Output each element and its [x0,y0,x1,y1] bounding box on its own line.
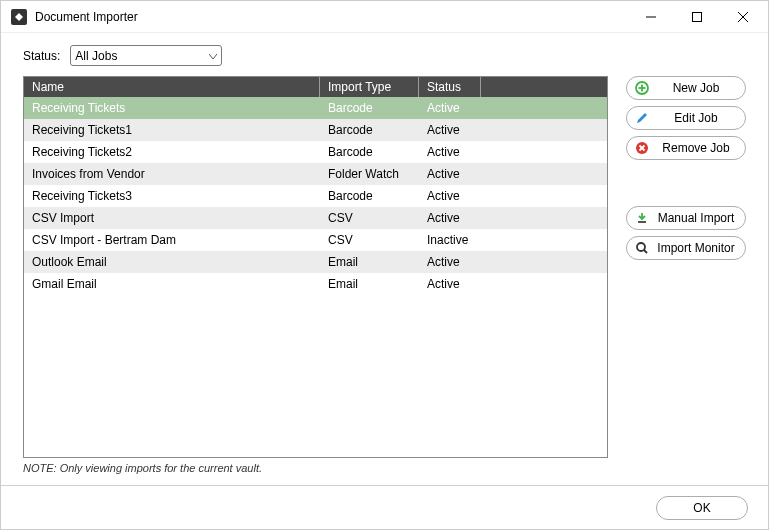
manual-import-button[interactable]: Manual Import [626,206,746,230]
status-label: Status: [23,49,60,63]
cell-name: Outlook Email [24,255,320,269]
status-dropdown-value: All Jobs [75,49,117,63]
minimize-button[interactable] [628,2,674,32]
svg-rect-1 [693,12,702,21]
svg-point-11 [637,243,645,251]
download-icon [635,211,649,225]
cell-status: Active [419,211,607,225]
table-row[interactable]: Outlook EmailEmailActive [24,251,607,273]
window-controls [628,2,766,32]
new-job-label: New Job [655,81,737,95]
status-dropdown[interactable]: All Jobs [70,45,222,66]
footer: OK [1,485,768,529]
cell-type: CSV [320,211,419,225]
cell-type: CSV [320,233,419,247]
col-header-spacer [481,77,607,97]
table-row[interactable]: CSV Import - Bertram DamCSVInactive [24,229,607,251]
side-buttons: New Job Edit Job Remove Job Manual Impor… [626,76,746,458]
cell-type: Barcode [320,189,419,203]
manual-import-label: Manual Import [655,211,737,225]
cell-type: Barcode [320,123,419,137]
cell-name: Gmail Email [24,277,320,291]
svg-line-12 [644,250,647,253]
cell-type: Email [320,255,419,269]
pencil-icon [635,111,649,125]
cell-status: Active [419,101,607,115]
cell-status: Active [419,255,607,269]
plus-circle-icon [635,81,649,95]
ok-button[interactable]: OK [656,496,748,520]
edit-job-button[interactable]: Edit Job [626,106,746,130]
cell-name: CSV Import - Bertram Dam [24,233,320,247]
grid-body: Receiving TicketsBarcodeActiveReceiving … [24,97,607,457]
cell-status: Active [419,123,607,137]
table-row[interactable]: Receiving Tickets3BarcodeActive [24,185,607,207]
note-text: NOTE: Only viewing imports for the curre… [1,458,768,474]
cell-type: Barcode [320,145,419,159]
edit-job-label: Edit Job [655,111,737,125]
window-title: Document Importer [35,10,138,24]
table-row[interactable]: CSV ImportCSVActive [24,207,607,229]
maximize-button[interactable] [674,2,720,32]
app-icon [11,9,27,25]
remove-job-button[interactable]: Remove Job [626,136,746,160]
import-monitor-button[interactable]: Import Monitor [626,236,746,260]
jobs-grid[interactable]: Name Import Type Status Receiving Ticket… [23,76,608,458]
col-header-type[interactable]: Import Type [320,77,419,97]
table-row[interactable]: Invoices from VendorFolder WatchActive [24,163,607,185]
cell-name: Invoices from Vendor [24,167,320,181]
table-row[interactable]: Receiving TicketsBarcodeActive [24,97,607,119]
cell-type: Folder Watch [320,167,419,181]
filter-toolbar: Status: All Jobs [1,33,768,76]
magnify-icon [635,241,649,255]
cell-name: Receiving Tickets2 [24,145,320,159]
chevron-down-icon [209,49,217,63]
col-header-name[interactable]: Name [24,77,320,97]
titlebar: Document Importer [1,1,768,33]
cell-name: CSV Import [24,211,320,225]
table-row[interactable]: Receiving Tickets2BarcodeActive [24,141,607,163]
svg-rect-10 [638,221,646,223]
cell-type: Barcode [320,101,419,115]
table-row[interactable]: Receiving Tickets1BarcodeActive [24,119,607,141]
cell-name: Receiving Tickets1 [24,123,320,137]
cell-status: Active [419,145,607,159]
col-header-status[interactable]: Status [419,77,481,97]
new-job-button[interactable]: New Job [626,76,746,100]
cell-status: Active [419,167,607,181]
cell-name: Receiving Tickets3 [24,189,320,203]
import-monitor-label: Import Monitor [655,241,737,255]
cell-status: Active [419,277,607,291]
remove-job-label: Remove Job [655,141,737,155]
grid-header: Name Import Type Status [24,77,607,97]
x-circle-icon [635,141,649,155]
cell-status: Inactive [419,233,607,247]
table-row[interactable]: Gmail EmailEmailActive [24,273,607,295]
cell-status: Active [419,189,607,203]
cell-type: Email [320,277,419,291]
close-button[interactable] [720,2,766,32]
cell-name: Receiving Tickets [24,101,320,115]
